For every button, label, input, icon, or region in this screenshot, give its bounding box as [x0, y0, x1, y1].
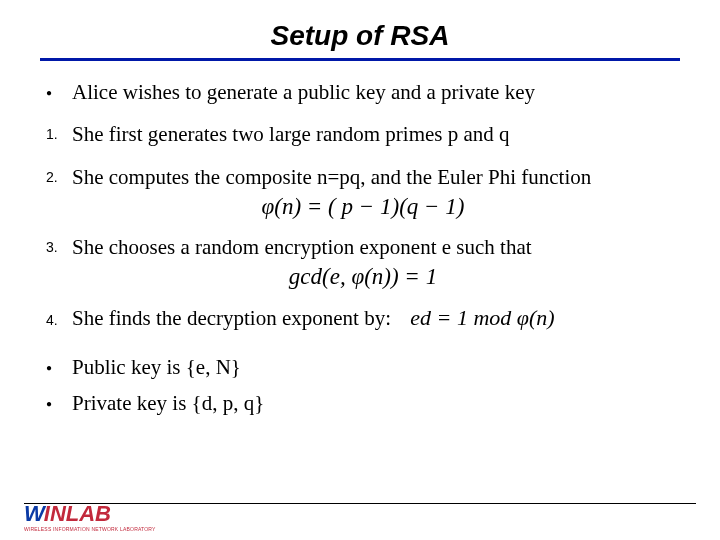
item-text: She chooses a random encryption exponent… — [72, 234, 532, 260]
formula-text: φ(n) = ( p − 1)(q − 1) — [262, 194, 465, 219]
list-item: 3. She chooses a random encryption expon… — [46, 234, 680, 260]
formula-ed: ed = 1 mod φ(n) — [410, 305, 554, 330]
title-underline — [40, 58, 680, 61]
logo-subtitle: WIRELESS INFORMATION NETWORK LABORATORY — [24, 526, 156, 532]
number-marker: 1. — [46, 121, 72, 142]
logo-letters-inlab: INLAB — [44, 503, 111, 525]
list-item: 4. She finds the decryption exponent by:… — [46, 304, 680, 332]
item-text: Alice wishes to generate a public key an… — [72, 79, 535, 105]
bullet-marker: ● — [46, 354, 72, 373]
logo-letter-w: W — [24, 503, 44, 525]
item-text-span: She finds the decryption exponent by: — [72, 306, 391, 330]
item-text: Public key is {e, N} — [72, 354, 241, 380]
item-text: She computes the composite n=pq, and the… — [72, 164, 591, 190]
item-text: She finds the decryption exponent by: ed… — [72, 304, 555, 332]
number-marker: 2. — [46, 164, 72, 185]
slide-title: Setup of RSA — [40, 20, 680, 58]
number-marker: 3. — [46, 234, 72, 255]
formula-gcd: gcd(e, φ(n)) = 1 — [46, 264, 680, 290]
list-item: 1. She first generates two large random … — [46, 121, 680, 147]
list-item: ● Public key is {e, N} — [46, 354, 680, 380]
bullet-marker: ● — [46, 79, 72, 98]
content-area: ● Alice wishes to generate a public key … — [40, 79, 680, 416]
formula-phi: φ(n) = ( p − 1)(q − 1) — [46, 194, 680, 220]
list-item: 2. She computes the composite n=pq, and … — [46, 164, 680, 190]
list-item: ● Private key is {d, p, q} — [46, 390, 680, 416]
number-marker: 4. — [46, 307, 72, 328]
slide: Setup of RSA ● Alice wishes to generate … — [0, 0, 720, 540]
item-text: She first generates two large random pri… — [72, 121, 510, 147]
logo-wordmark: WINLAB — [24, 503, 111, 525]
item-text: Private key is {d, p, q} — [72, 390, 264, 416]
formula-text: gcd(e, φ(n)) = 1 — [289, 264, 437, 289]
bullet-marker: ● — [46, 390, 72, 409]
winlab-logo: WINLAB WIRELESS INFORMATION NETWORK LABO… — [24, 503, 156, 532]
list-item: ● Alice wishes to generate a public key … — [46, 79, 680, 105]
